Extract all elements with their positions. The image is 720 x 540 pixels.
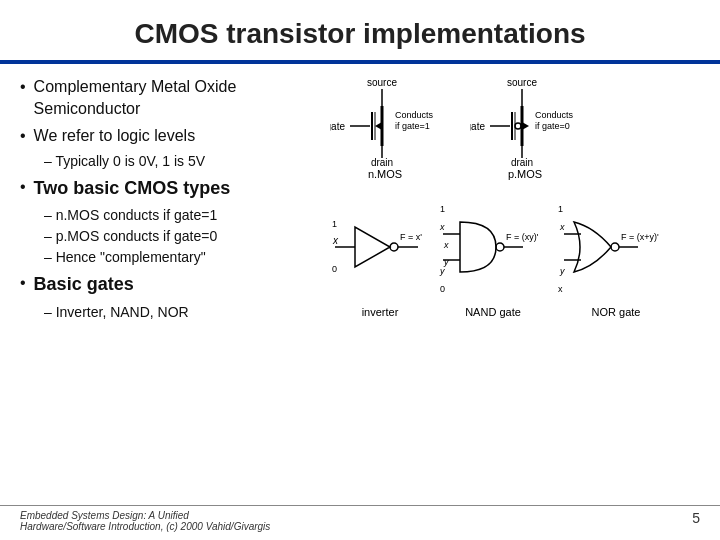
svg-text:drain: drain <box>511 157 533 166</box>
svg-text:if gate=1: if gate=1 <box>395 121 430 131</box>
inverter-label: inverter <box>362 306 399 318</box>
svg-text:if gate=0: if gate=0 <box>535 121 570 131</box>
slide-title: CMOS transistor implementations <box>0 0 720 60</box>
pmos-svg: source gate drain <box>470 76 580 166</box>
sub-item-2-1: Typically 0 is 0V, 1 is 5V <box>44 151 320 172</box>
bullet-marker-3: • <box>20 176 26 198</box>
bullet-marker-4: • <box>20 272 26 294</box>
bullet-marker-2: • <box>20 125 26 147</box>
svg-text:source: source <box>507 77 537 88</box>
svg-text:1: 1 <box>332 219 337 229</box>
svg-text:F = x': F = x' <box>400 232 422 242</box>
sub-items-2: Typically 0 is 0V, 1 is 5V <box>44 151 320 172</box>
svg-text:1: 1 <box>558 204 563 214</box>
sub-items-4: Inverter, NAND, NOR <box>44 302 320 323</box>
svg-text:x: x <box>443 240 449 250</box>
svg-text:F = (x+y)': F = (x+y)' <box>621 232 659 242</box>
svg-marker-27 <box>355 227 390 267</box>
svg-text:x: x <box>332 235 339 246</box>
svg-marker-9 <box>375 122 382 130</box>
gates-row: x 1 0 F = x' inverter <box>330 192 676 318</box>
svg-text:source: source <box>367 77 397 88</box>
bullet-text-2: We refer to logic levels <box>34 125 196 147</box>
bullet-1: • Complementary Metal OxideSemiconductor <box>20 76 320 121</box>
nand-label: NAND gate <box>465 306 521 318</box>
svg-point-50 <box>611 243 619 251</box>
transistor-row: source gate drain <box>330 76 580 180</box>
bullet-text-4: Basic gates <box>34 272 134 297</box>
inverter-gate: x 1 0 F = x' inverter <box>330 192 430 318</box>
nor-gate: x y 1 x F = (x+y)' NOR gate <box>556 192 676 318</box>
svg-text:1: 1 <box>440 204 445 214</box>
bullet-3: • Two basic CMOS types <box>20 176 320 201</box>
blue-divider <box>0 60 720 64</box>
svg-text:Conducts: Conducts <box>535 110 574 120</box>
footer-citation: Embedded Systems Design: A Unified Hardw… <box>20 510 270 532</box>
svg-text:gate: gate <box>470 121 485 132</box>
svg-text:F = (xy)': F = (xy)' <box>506 232 539 242</box>
svg-text:x: x <box>558 284 563 294</box>
pmos-diagram: source gate drain <box>470 76 580 180</box>
nmos-svg: source gate drain <box>330 76 440 166</box>
svg-text:y: y <box>439 266 445 276</box>
svg-text:x: x <box>439 222 445 232</box>
svg-text:drain: drain <box>371 157 393 166</box>
nand-svg: x y 1 0 F = (xy)' x <box>438 192 548 302</box>
sub-item-3-1: n.MOS conducts if gate=1 <box>44 205 320 226</box>
bullet-2: • We refer to logic levels <box>20 125 320 147</box>
inverter-svg: x 1 0 F = x' <box>330 192 430 302</box>
sub-item-3-3: Hence "complementary" <box>44 247 320 268</box>
bullet-marker-1: • <box>20 76 26 98</box>
right-column: source gate drain <box>330 76 700 327</box>
nor-svg: x y 1 x F = (x+y)' <box>556 192 676 302</box>
bullet-text-3: Two basic CMOS types <box>34 176 231 201</box>
left-column: • Complementary Metal OxideSemiconductor… <box>20 76 320 327</box>
bullet-4: • Basic gates <box>20 272 320 297</box>
pmos-label: p.MOS <box>508 168 542 180</box>
svg-point-39 <box>496 243 504 251</box>
slide: CMOS transistor implementations • Comple… <box>0 0 720 540</box>
page-number: 5 <box>692 510 700 532</box>
svg-point-19 <box>515 123 521 129</box>
nmos-label: n.MOS <box>368 168 402 180</box>
svg-text:y: y <box>559 266 565 276</box>
svg-text:0: 0 <box>440 284 445 294</box>
svg-text:0: 0 <box>332 264 337 274</box>
content-area: • Complementary Metal OxideSemiconductor… <box>0 72 720 327</box>
sub-item-3-2: p.MOS conducts if gate=0 <box>44 226 320 247</box>
nmos-diagram: source gate drain <box>330 76 440 180</box>
svg-text:y: y <box>443 257 449 267</box>
svg-text:x: x <box>559 222 565 232</box>
nor-label: NOR gate <box>592 306 641 318</box>
svg-text:gate: gate <box>330 121 345 132</box>
svg-text:Conducts: Conducts <box>395 110 434 120</box>
sub-items-3: n.MOS conducts if gate=1 p.MOS conducts … <box>44 205 320 268</box>
nand-gate: x y 1 0 F = (xy)' x <box>438 192 548 318</box>
svg-marker-22 <box>522 122 529 130</box>
sub-item-4-1: Inverter, NAND, NOR <box>44 302 320 323</box>
bullet-text-1: Complementary Metal OxideSemiconductor <box>34 76 237 121</box>
footer: Embedded Systems Design: A Unified Hardw… <box>0 505 720 532</box>
